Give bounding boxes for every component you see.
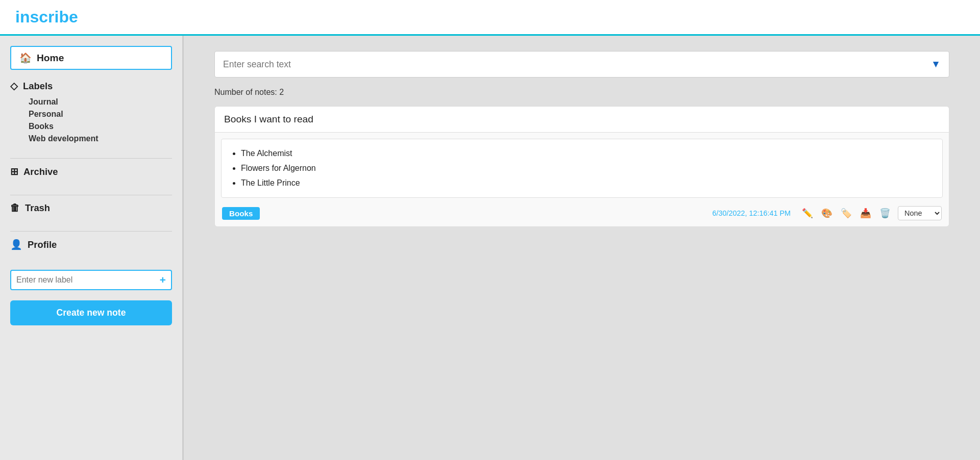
edit-button[interactable]: ✏️ bbox=[801, 207, 814, 220]
archive-note-button[interactable]: 📥 bbox=[859, 207, 872, 220]
sidebar-profile-section: 👤 Profile bbox=[10, 239, 172, 254]
divider-3 bbox=[10, 231, 172, 232]
sidebar-label-webdev[interactable]: Web development bbox=[29, 133, 172, 145]
sidebar-item-home[interactable]: 🏠 Home bbox=[10, 46, 172, 70]
sidebar-label-personal[interactable]: Personal bbox=[29, 108, 172, 120]
home-icon: 🏠 bbox=[19, 52, 32, 64]
sidebar-profile-item[interactable]: 👤 Profile bbox=[10, 239, 172, 250]
filter-icon[interactable]: ▼ bbox=[931, 59, 941, 70]
note-label-badge[interactable]: Books bbox=[222, 207, 260, 220]
create-note-button[interactable]: Create new note bbox=[10, 300, 172, 325]
add-label-button[interactable]: + bbox=[160, 274, 166, 286]
profile-label: Profile bbox=[28, 239, 57, 250]
sidebar-trash-item[interactable]: 🗑 Trash bbox=[10, 202, 172, 214]
search-input[interactable] bbox=[223, 59, 931, 70]
app-logo: inscribe bbox=[15, 8, 78, 27]
sidebar-labels-list: Journal Personal Books Web development bbox=[10, 96, 172, 145]
new-label-input[interactable] bbox=[16, 275, 160, 285]
sidebar-label-books[interactable]: Books bbox=[29, 120, 172, 133]
topbar: inscribe bbox=[0, 0, 980, 36]
sidebar-label-journal[interactable]: Journal bbox=[29, 96, 172, 108]
note-actions: 6/30/2022, 12:16:41 PM ✏️ 🎨 🏷️ 📥 🗑️ None… bbox=[712, 206, 942, 220]
profile-icon: 👤 bbox=[10, 239, 22, 250]
palette-button[interactable]: 🎨 bbox=[820, 207, 834, 220]
list-item: The Little Prince bbox=[241, 176, 933, 191]
trash-label: Trash bbox=[25, 202, 50, 214]
note-move-select[interactable]: None Archive Trash bbox=[898, 206, 942, 220]
label-button[interactable]: 🏷️ bbox=[840, 207, 853, 220]
sidebar-labels-section: ◇ Labels Journal Personal Books Web deve… bbox=[10, 80, 172, 145]
main-layout: 🏠 Home ◇ Labels Journal Personal Books W… bbox=[0, 36, 980, 460]
archive-icon: ⊞ bbox=[10, 166, 18, 177]
search-bar-row: ▼ bbox=[214, 51, 949, 78]
divider-2 bbox=[10, 195, 172, 195]
label-icon: ◇ bbox=[10, 80, 18, 92]
note-body: The Alchemist Flowers for Algernon The L… bbox=[221, 139, 943, 198]
note-timestamp: 6/30/2022, 12:16:41 PM bbox=[712, 209, 791, 217]
divider-1 bbox=[10, 158, 172, 159]
sidebar-home-label: Home bbox=[37, 53, 64, 64]
trash-icon: 🗑 bbox=[10, 202, 20, 214]
sidebar-archive-section: ⊞ Archive bbox=[10, 166, 172, 182]
notes-count: Number of notes: 2 bbox=[214, 88, 949, 97]
note-title: Books I want to read bbox=[215, 107, 949, 133]
list-item: Flowers for Algernon bbox=[241, 161, 933, 176]
sidebar-labels-header[interactable]: ◇ Labels bbox=[10, 80, 172, 92]
note-card: Books I want to read The Alchemist Flowe… bbox=[214, 106, 949, 227]
note-body-list: The Alchemist Flowers for Algernon The L… bbox=[231, 146, 933, 190]
labels-header-text: Labels bbox=[23, 81, 53, 92]
archive-label: Archive bbox=[23, 166, 58, 177]
list-item: The Alchemist bbox=[241, 146, 933, 161]
sidebar-trash-section: 🗑 Trash bbox=[10, 202, 172, 218]
note-footer: Books 6/30/2022, 12:16:41 PM ✏️ 🎨 🏷️ 📥 🗑… bbox=[215, 202, 949, 226]
sidebar: 🏠 Home ◇ Labels Journal Personal Books W… bbox=[0, 36, 184, 460]
main-content: ▼ Number of notes: 2 Books I want to rea… bbox=[184, 36, 980, 460]
new-label-row: + bbox=[10, 270, 172, 290]
sidebar-archive-item[interactable]: ⊞ Archive bbox=[10, 166, 172, 177]
delete-note-button[interactable]: 🗑️ bbox=[878, 207, 892, 220]
